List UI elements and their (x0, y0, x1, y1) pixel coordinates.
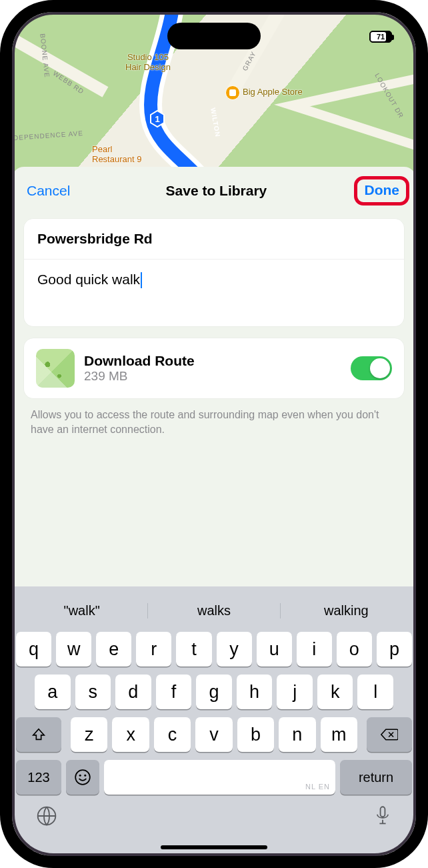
download-size: 239 MB (84, 369, 195, 384)
svg-point-0 (75, 770, 90, 785)
key-z[interactable]: z (71, 717, 107, 752)
download-hint: Allows you to access the route and surro… (12, 398, 416, 436)
key-f[interactable]: f (156, 675, 192, 709)
cancel-button[interactable]: Cancel (27, 183, 70, 199)
key-b[interactable]: b (237, 717, 274, 752)
key-l[interactable]: l (357, 675, 393, 709)
poi-pearl: Pearl Restaurant 9 (92, 144, 141, 164)
key-e[interactable]: e (96, 632, 131, 667)
battery-icon: 71 (369, 31, 392, 43)
key-h[interactable]: h (237, 675, 273, 709)
poi-bigapple: Big Apple Store (225, 85, 303, 100)
dictation-icon[interactable] (373, 805, 392, 829)
key-x[interactable]: x (112, 717, 149, 752)
download-title: Download Route (84, 353, 195, 369)
key-c[interactable]: c (154, 717, 191, 752)
suggestion-1[interactable]: "walk" (16, 603, 148, 618)
globe-icon[interactable] (36, 805, 57, 829)
key-g[interactable]: g (196, 675, 232, 709)
download-route-card: Download Route 239 MB (24, 338, 404, 398)
return-key[interactable]: return (340, 760, 412, 795)
key-d[interactable]: d (115, 675, 151, 709)
suggestion-2[interactable]: walks (148, 603, 280, 618)
key-t[interactable]: t (176, 632, 211, 667)
key-p[interactable]: p (377, 632, 412, 667)
key-j[interactable]: j (277, 675, 313, 709)
numbers-key[interactable]: 123 (16, 760, 61, 795)
text-cursor (141, 272, 142, 288)
name-description-card: Good quick walk (24, 219, 404, 326)
key-s[interactable]: s (75, 675, 111, 709)
key-o[interactable]: o (337, 632, 372, 667)
save-sheet: Cancel Save to Library Done Good quick w… (12, 167, 416, 856)
suggestion-3[interactable]: walking (281, 603, 412, 618)
backspace-key[interactable] (367, 717, 412, 752)
key-r[interactable]: r (136, 632, 171, 667)
key-m[interactable]: m (321, 717, 357, 752)
download-toggle[interactable] (351, 356, 392, 380)
key-w[interactable]: w (56, 632, 91, 667)
route-shield: 1 (155, 114, 159, 124)
route-thumbnail (36, 349, 75, 388)
svg-point-1 (79, 775, 81, 777)
keyboard-suggestions: "walk" walks walking (16, 593, 412, 628)
route-name-input[interactable] (37, 231, 391, 247)
space-key[interactable]: NL EN (104, 760, 335, 795)
route-description-input[interactable]: Good quick walk (37, 272, 142, 287)
key-k[interactable]: k (317, 675, 353, 709)
key-a[interactable]: a (35, 675, 71, 709)
key-i[interactable]: i (297, 632, 332, 667)
home-indicator (161, 845, 267, 849)
shift-key[interactable] (16, 717, 61, 752)
key-u[interactable]: u (257, 632, 292, 667)
key-y[interactable]: y (217, 632, 252, 667)
emoji-key[interactable] (66, 760, 99, 795)
keyboard: "walk" walks walking qwertyuiop asdfghjk… (12, 586, 416, 856)
poi-studio: Studio 105 Hair Design (125, 52, 171, 72)
key-v[interactable]: v (195, 717, 232, 752)
key-n[interactable]: n (279, 717, 315, 752)
done-button[interactable]: Done (364, 182, 399, 198)
svg-rect-4 (381, 807, 385, 817)
svg-point-2 (84, 775, 86, 777)
done-highlight: Done (354, 176, 409, 205)
key-q[interactable]: q (16, 632, 51, 667)
sheet-title: Save to Library (166, 183, 267, 199)
